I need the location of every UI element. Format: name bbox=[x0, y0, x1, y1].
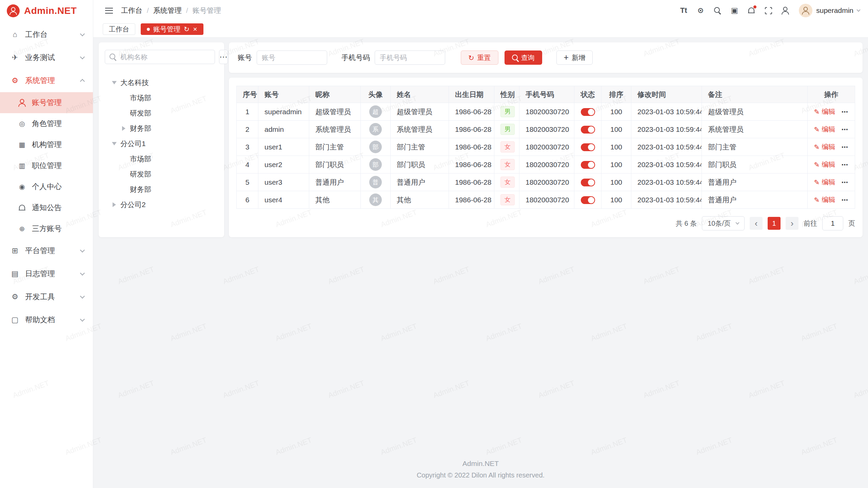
position-icon: ▥ bbox=[18, 162, 26, 170]
search-icon[interactable] bbox=[710, 3, 725, 18]
tree-node-财务部[interactable]: 财务部 bbox=[105, 121, 218, 136]
hamburger-menu-icon[interactable] bbox=[101, 3, 116, 18]
breadcrumb: 工作台/系统管理/账号管理 bbox=[121, 6, 671, 15]
sidebar-menu: ⌂工作台✈业务测试⚙系统管理账号管理◎角色管理▦机构管理▥职位管理◉个人中心通知… bbox=[0, 22, 93, 488]
status-toggle[interactable] bbox=[581, 179, 595, 186]
more-actions-button[interactable]: ⋯ bbox=[841, 108, 848, 116]
status-toggle[interactable] bbox=[581, 143, 595, 151]
edit-icon: ✎ bbox=[814, 143, 820, 151]
chevron-down-icon bbox=[80, 248, 85, 252]
sidebar-item-帮助文档[interactable]: ▢帮助文档 bbox=[0, 308, 93, 331]
cell-account: user1 bbox=[258, 138, 309, 156]
cell-status bbox=[574, 174, 601, 191]
tab-账号管理[interactable]: 账号管理↻✕ bbox=[141, 23, 203, 35]
edit-button[interactable]: ✎编辑 bbox=[814, 178, 835, 187]
cell-actions: ✎编辑⋯ bbox=[808, 103, 855, 121]
sidebar-subitem-机构管理[interactable]: ▦机构管理 bbox=[0, 134, 93, 155]
edit-button[interactable]: ✎编辑 bbox=[814, 160, 835, 169]
sidebar-item-系统管理[interactable]: ⚙系统管理 bbox=[0, 69, 93, 92]
notification-bell-icon[interactable] bbox=[744, 3, 759, 18]
breadcrumb-item[interactable]: 工作台 bbox=[121, 6, 142, 15]
sidebar-item-开发工具[interactable]: ⚙开发工具 bbox=[0, 285, 93, 308]
phone-label: 手机号码 bbox=[341, 53, 370, 62]
prev-page-button[interactable]: ‹ bbox=[750, 217, 763, 230]
sidebar-subitem-三方账号[interactable]: ⊕三方账号 bbox=[0, 218, 93, 239]
status-toggle[interactable] bbox=[581, 108, 595, 116]
search-button[interactable]: 查询 bbox=[505, 50, 542, 65]
status-toggle[interactable] bbox=[581, 196, 595, 204]
tree-node-分公司2[interactable]: 分公司2 bbox=[105, 197, 218, 212]
sidebar-subitem-label: 机构管理 bbox=[32, 140, 62, 150]
org-more-button[interactable]: ⋯ bbox=[219, 50, 228, 64]
tree-node-财务部[interactable]: 财务部 bbox=[105, 182, 218, 197]
add-button[interactable]: + 新增 bbox=[556, 50, 593, 65]
cell-modified: 2023-01-03 10:59:44 bbox=[631, 103, 702, 121]
fullscreen-icon[interactable] bbox=[761, 3, 776, 18]
edit-button[interactable]: ✎编辑 bbox=[814, 195, 835, 204]
profile-icon: ◉ bbox=[18, 183, 26, 191]
page-1-button[interactable]: 1 bbox=[768, 217, 781, 230]
edit-button[interactable]: ✎编辑 bbox=[814, 125, 835, 134]
sidebar-subitem-账号管理[interactable]: 账号管理 bbox=[0, 92, 93, 113]
page-size-value: 10条/页 bbox=[708, 219, 731, 228]
sidebar-item-平台管理[interactable]: ⊞平台管理 bbox=[0, 239, 93, 262]
tree-node-label: 分公司2 bbox=[120, 200, 146, 209]
tab-工作台[interactable]: 工作台 bbox=[103, 23, 135, 35]
account-input[interactable] bbox=[257, 50, 327, 65]
cell-index: 5 bbox=[237, 174, 258, 191]
user-menu[interactable]: superadmin bbox=[799, 4, 860, 17]
edit-button[interactable]: ✎编辑 bbox=[814, 107, 835, 116]
page-size-select[interactable]: 10条/页 bbox=[702, 216, 745, 230]
column-header-账号: 账号 bbox=[258, 86, 309, 103]
sidebar-subitem-职位管理[interactable]: ▥职位管理 bbox=[0, 155, 93, 176]
sidebar-item-工作台[interactable]: ⌂工作台 bbox=[0, 23, 93, 46]
reset-button[interactable]: ↻ 重置 bbox=[461, 50, 498, 65]
phone-input[interactable] bbox=[375, 50, 445, 65]
tree-node-研发部[interactable]: 研发部 bbox=[105, 105, 218, 121]
cell-phone: 18020030720 bbox=[519, 121, 574, 138]
edit-button[interactable]: ✎编辑 bbox=[814, 142, 835, 151]
component-size-icon[interactable]: ⊙ bbox=[693, 3, 708, 18]
user-profile-icon[interactable] bbox=[778, 3, 793, 18]
more-actions-button[interactable]: ⋯ bbox=[841, 126, 848, 133]
page-suffix: 页 bbox=[848, 219, 855, 228]
sidebar-subitem-角色管理[interactable]: ◎角色管理 bbox=[0, 113, 93, 134]
org-search-input[interactable] bbox=[120, 53, 210, 61]
sidebar-subitem-label: 角色管理 bbox=[32, 119, 62, 129]
theme-skin-icon[interactable]: ▣ bbox=[727, 3, 742, 18]
more-actions-button[interactable]: ⋯ bbox=[841, 196, 848, 204]
tree-node-分公司1[interactable]: 分公司1 bbox=[105, 136, 218, 151]
edit-label: 编辑 bbox=[822, 107, 835, 116]
chevron-down-icon bbox=[80, 317, 85, 322]
sidebar-item-业务测试[interactable]: ✈业务测试 bbox=[0, 46, 93, 69]
status-toggle[interactable] bbox=[581, 161, 595, 169]
sidebar-item-日志管理[interactable]: ▤日志管理 bbox=[0, 262, 93, 285]
tree-node-大名科技[interactable]: 大名科技 bbox=[105, 75, 218, 90]
sidebar-subitem-个人中心[interactable]: ◉个人中心 bbox=[0, 176, 93, 197]
tree-node-市场部[interactable]: 市场部 bbox=[105, 90, 218, 105]
edit-icon: ✎ bbox=[814, 125, 820, 134]
more-actions-button[interactable]: ⋯ bbox=[841, 179, 848, 186]
tree-node-市场部[interactable]: 市场部 bbox=[105, 151, 218, 166]
top-navbar: 工作台/系统管理/账号管理 Tt ⊙ ▣ superadmin bbox=[93, 0, 868, 21]
tree-caret-icon bbox=[111, 81, 118, 84]
column-header-序号: 序号 bbox=[237, 86, 258, 103]
cell-index: 1 bbox=[237, 103, 258, 121]
breadcrumb-item[interactable]: 系统管理 bbox=[153, 6, 182, 15]
breadcrumb-item[interactable]: 账号管理 bbox=[193, 6, 221, 15]
more-actions-button[interactable]: ⋯ bbox=[841, 161, 848, 168]
refresh-icon[interactable]: ↻ bbox=[184, 25, 190, 33]
close-icon[interactable]: ✕ bbox=[193, 26, 197, 33]
more-actions-button[interactable]: ⋯ bbox=[841, 143, 848, 151]
status-toggle[interactable] bbox=[581, 126, 595, 134]
sidebar-subitem-通知公告[interactable]: 通知公告 bbox=[0, 197, 93, 218]
next-page-button[interactable]: › bbox=[786, 217, 798, 230]
test-icon: ✈ bbox=[10, 53, 20, 62]
font-size-icon[interactable]: Tt bbox=[676, 3, 691, 18]
cell-index: 3 bbox=[237, 138, 258, 156]
goto-page-input[interactable] bbox=[822, 216, 843, 230]
tree-caret-icon bbox=[120, 126, 127, 131]
query-form: 账号 手机号码 ↻ 重置 查询 + bbox=[229, 42, 863, 73]
cell-modified: 2023-01-03 10:59:44 bbox=[631, 156, 702, 174]
tree-node-研发部[interactable]: 研发部 bbox=[105, 166, 218, 182]
